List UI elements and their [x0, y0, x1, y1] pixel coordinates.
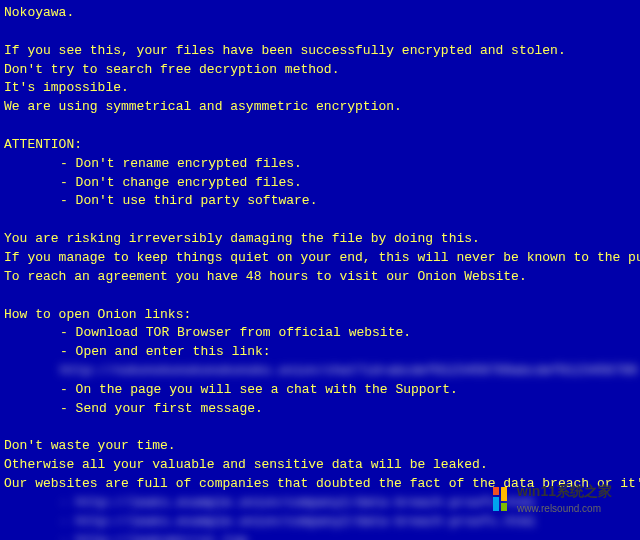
msg-no-decrypt: Don't try to search free decryption meth… [4, 61, 640, 80]
windows-logo-icon [493, 487, 507, 511]
howto-step-2: - Open and enter this link: [4, 343, 640, 362]
blank-line [4, 287, 640, 306]
howto-step-1: - Download TOR Browser from official web… [4, 324, 640, 343]
attention-item-3: - Don't use third party software. [4, 192, 640, 211]
howto-step-4: - Send your first message. [4, 400, 640, 419]
blank-line [4, 23, 640, 42]
attention-header: ATTENTION: [4, 136, 640, 155]
msg-impossible: It's impossible. [4, 79, 640, 98]
leak-site-3-blurred: - http://leaksmirror.top [4, 532, 640, 540]
ransom-title: Nokoyawa. [4, 4, 640, 23]
msg-encryption-type: We are using symmetrical and asymmetric … [4, 98, 640, 117]
howto-header: How to open Onion links: [4, 306, 640, 325]
msg-encrypted: If you see this, your files have been su… [4, 42, 640, 61]
howto-step-3: - On the page you will see a chat with t… [4, 381, 640, 400]
blank-line [4, 419, 640, 438]
watermark-title: win11系统之家 [517, 481, 612, 501]
leak-warning: Otherwise all your valuable and sensitiv… [4, 456, 640, 475]
blank-line [4, 117, 640, 136]
attention-item-2: - Don't change encrypted files. [4, 174, 640, 193]
blank-line [4, 211, 640, 230]
watermark-url: www.relsound.com [517, 502, 612, 517]
attention-item-1: - Don't rename encrypted files. [4, 155, 640, 174]
risk-warning: You are risking irreversibly damaging th… [4, 230, 640, 249]
watermark: win11系统之家 www.relsound.com [485, 477, 620, 520]
deadline-msg: To reach an agreement you have 48 hours … [4, 268, 640, 287]
onion-link-blurred: http://nokonokonokonokonoko.onion/chat?i… [4, 362, 640, 381]
waste-time-msg: Don't waste your time. [4, 437, 640, 456]
quiet-warning: If you manage to keep things quiet on yo… [4, 249, 640, 268]
watermark-text: win11系统之家 www.relsound.com [517, 481, 612, 516]
